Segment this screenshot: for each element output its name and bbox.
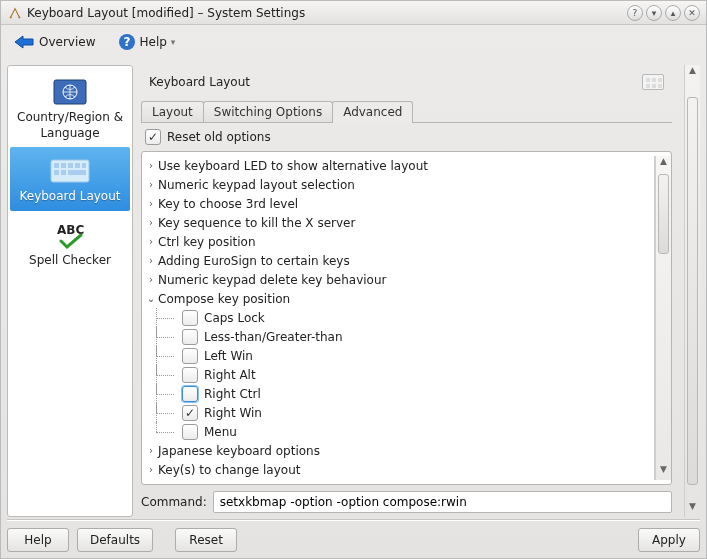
tabs: Layout Switching Options Advanced [141, 99, 672, 123]
expand-handle[interactable]: › [144, 445, 158, 456]
opt-rightalt-checkbox[interactable] [182, 367, 198, 383]
apply-button[interactable]: Apply [638, 528, 700, 552]
svg-rect-9 [68, 163, 73, 168]
opt-menu-checkbox[interactable] [182, 424, 198, 440]
expand-handle[interactable]: › [144, 255, 158, 266]
expand-handle[interactable]: › [144, 160, 158, 171]
overview-button[interactable]: Overview [9, 32, 100, 52]
sidebar-item-locale[interactable]: Country/Region & Language [10, 68, 130, 147]
chevron-down-icon: ▾ [171, 37, 176, 47]
opt-ltgt-checkbox[interactable] [182, 329, 198, 345]
reset-old-label: Reset old options [167, 130, 271, 144]
expand-handle[interactable]: › [144, 179, 158, 190]
opt-rightctrl-checkbox[interactable] [182, 386, 198, 402]
expand-handle[interactable]: › [144, 274, 158, 285]
svg-rect-7 [54, 163, 59, 168]
sidebar-label-keyboard-layout: Keyboard Layout [19, 189, 120, 203]
minimize-button[interactable]: ▾ [646, 5, 662, 21]
svg-point-0 [10, 16, 12, 18]
sidebar-item-spellcheck[interactable]: ABC Spell Checker [10, 211, 130, 275]
svg-point-1 [19, 16, 21, 18]
tab-advanced[interactable]: Advanced [332, 101, 413, 123]
help-label: Help [140, 35, 167, 49]
opt-rightwin-checkbox[interactable] [182, 405, 198, 421]
tab-layout[interactable]: Layout [141, 101, 204, 122]
sidebar-label-spellcheck: Spell Checker [29, 253, 111, 267]
help-menu[interactable]: ? Help ▾ [114, 31, 180, 53]
svg-rect-8 [61, 163, 66, 168]
expand-handle[interactable]: › [144, 236, 158, 247]
expand-handle[interactable]: › [144, 217, 158, 228]
page-scrollbar[interactable]: ▲ ▼ [684, 65, 700, 517]
opt-leftwin-checkbox[interactable] [182, 348, 198, 364]
layout-thumb-icon [642, 74, 664, 90]
tab-switching[interactable]: Switching Options [203, 101, 333, 122]
overview-label: Overview [39, 35, 96, 49]
sidebar-label-locale: Country/Region & Language [17, 110, 123, 140]
reset-button[interactable]: Reset [175, 528, 237, 552]
expand-handle[interactable]: › [144, 464, 158, 475]
settings-app-icon [7, 5, 23, 21]
reset-old-checkbox[interactable] [145, 129, 161, 145]
help-button[interactable]: ? [627, 5, 643, 21]
svg-rect-12 [54, 170, 59, 175]
help-button-footer[interactable]: Help [7, 528, 69, 552]
page-title: Keyboard Layout [149, 75, 642, 89]
defaults-button[interactable]: Defaults [77, 528, 153, 552]
collapse-handle[interactable]: ⌄ [144, 293, 158, 304]
svg-rect-14 [68, 170, 86, 175]
sidebar-item-keyboard-layout[interactable]: Keyboard Layout [10, 147, 130, 211]
window-title: Keyboard Layout [modified] – System Sett… [27, 6, 627, 20]
options-tree: ›Use keyboard LED to show alternative la… [144, 156, 655, 480]
svg-rect-10 [75, 163, 80, 168]
opt-capslock-checkbox[interactable] [182, 310, 198, 326]
maximize-button[interactable]: ▴ [665, 5, 681, 21]
svg-rect-13 [61, 170, 66, 175]
expand-handle[interactable]: › [144, 198, 158, 209]
tree-scrollbar[interactable]: ▲▼ [655, 156, 671, 480]
close-button[interactable]: ✕ [684, 5, 700, 21]
command-input[interactable] [213, 491, 672, 513]
svg-text:?: ? [123, 35, 130, 49]
sidebar: Country/Region & Language Keyboard Layou… [7, 65, 133, 517]
svg-rect-11 [82, 163, 86, 168]
command-label: Command: [141, 495, 207, 509]
